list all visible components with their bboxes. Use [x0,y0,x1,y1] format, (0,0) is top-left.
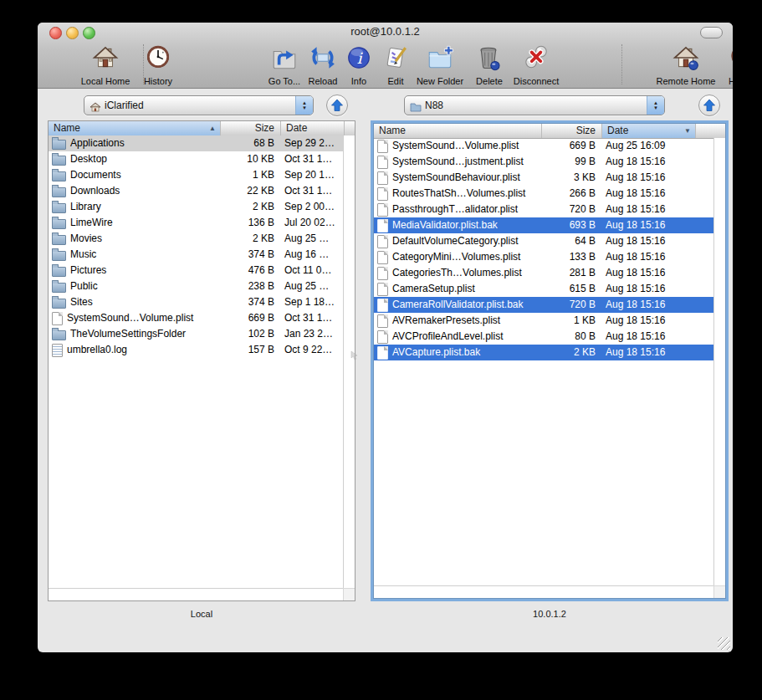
file-row[interactable]: PassthroughT…alidator.plist720 BAug 18 1… [374,202,714,217]
file-row[interactable]: Sites374 BSep 1 18… [49,294,344,310]
file-row[interactable]: TheVolumeSettingsFolder102 BJan 23 2… [49,326,344,342]
folder-icon [52,283,66,293]
file-size: 238 B [220,278,280,294]
horizontal-scrollbar[interactable] [49,588,344,600]
file-date: Aug 18 15:16 [601,170,714,186]
file-row[interactable]: Music374 BAug 16 … [49,247,344,263]
local-pane-footer: Local [118,609,285,619]
file-size: 136 B [220,215,280,231]
file-date: Aug 18 15:16 [601,233,714,249]
disconnect-label: Disconnect [514,76,559,86]
file-icon [377,235,388,248]
file-row[interactable]: SystemSound…Volume.plist669 BAug 25 16:0… [374,138,714,154]
folder-icon [410,100,422,110]
file-date: Aug 18 15:16 [601,297,714,313]
file-name: MediaValidator.plist.bak [374,217,541,233]
column-header-date[interactable]: Date ▼ [601,124,695,138]
vertical-scrollbar[interactable] [713,138,725,586]
file-name: SystemSoundBehaviour.plist [374,170,541,186]
file-row[interactable]: AVRemakerPresets.plist1 KBAug 18 15:16 [374,313,714,329]
folder-icon [52,203,66,213]
file-name: CameraRollValidator.plist.bak [374,297,541,313]
file-name: CategoriesTh…Volumes.plist [374,265,541,281]
file-row[interactable]: CameraSetup.plist615 BAug 18 15:16 [374,281,714,297]
remote-rows: SystemSound…Volume.plist669 BAug 25 16:0… [374,138,714,586]
file-row[interactable]: SystemSoundBehaviour.plist3 KBAug 18 15:… [374,170,714,186]
file-size: 99 B [541,154,601,170]
file-name: Downloads [49,183,220,199]
file-row[interactable]: umbrella0.log157 BOct 9 22… [49,342,344,358]
stepper-arrows-icon[interactable]: ▲▼ [647,96,664,115]
file-name: umbrella0.log [49,342,220,358]
file-row[interactable]: AVCProfileAndLevel.plist80 BAug 18 15:16 [374,329,714,345]
file-row[interactable]: Desktop10 KBOct 31 1… [49,151,344,167]
file-row[interactable]: LimeWire136 BJul 20 02… [49,215,344,231]
file-row[interactable]: Documents1 KBSep 20 1… [49,167,344,183]
file-row[interactable]: Pictures476 BOct 11 0… [49,263,344,278]
folder-icon [52,330,66,340]
file-date: Oct 9 22… [280,342,344,358]
file-date: Aug 18 15:16 [601,186,714,202]
toolbar-toggle-button[interactable] [700,27,723,38]
file-icon [377,314,388,328]
column-header-name[interactable]: Name ▲ [49,121,220,135]
sort-desc-icon: ▼ [684,127,691,135]
stepper-arrows-icon[interactable]: ▲▼ [295,96,313,115]
column-header-size[interactable]: Size [541,124,601,138]
clock-badge-icon [729,43,733,72]
folder-icon [52,187,66,197]
remote-up-directory-button[interactable] [698,95,720,116]
file-icon [377,267,388,280]
file-row[interactable]: DefaultVolumeCategory.plist64 BAug 18 15… [374,233,714,249]
title-bar[interactable]: root@10.0.1.2 [38,23,733,40]
file-row[interactable]: Downloads22 KBOct 31 1… [49,183,344,199]
remote-file-list: Name Size Date ▼ SystemSound…Volume.plis… [373,123,726,599]
file-size: 133 B [541,249,601,265]
file-name: TheVolumeSettingsFolder [49,326,220,342]
folder-icon [52,235,66,245]
file-row[interactable]: Applications68 BSep 29 2… [49,135,344,151]
file-row[interactable]: SystemSound…justment.plist99 BAug 18 15:… [374,154,714,170]
file-row[interactable]: CategoriesTh…Volumes.plist281 BAug 18 15… [374,265,714,281]
file-row[interactable]: SystemSound…Volume.plist669 BOct 31 1… [49,310,344,326]
file-row[interactable]: Public238 BAug 25 … [49,278,344,294]
file-row[interactable]: Library2 KBSep 2 00… [49,199,344,215]
mouse-cursor-icon [350,349,359,364]
remote-path-selector[interactable]: N88 ▲▼ [404,95,665,115]
file-row[interactable]: Movies2 KBAug 25 … [49,231,344,247]
clock-icon [144,43,172,72]
remote-list-header: Name Size Date ▼ [374,124,725,139]
file-date: Aug 18 15:16 [601,281,714,297]
file-icon [52,312,63,325]
local-history-button[interactable]: History [112,43,204,88]
resize-grip[interactable] [718,637,730,650]
file-size: 22 KB [220,183,280,199]
file-icon [377,156,388,169]
file-row[interactable]: AVCapture.plist.bak2 KBAug 18 15:16 [374,345,714,360]
file-date: Oct 11 0… [280,263,344,278]
folder-icon [52,267,66,277]
remote-history-button[interactable]: History [697,43,733,88]
file-size: 281 B [541,265,601,281]
file-row[interactable]: CameraRollValidator.plist.bak720 BAug 18… [374,297,714,313]
file-name: Sites [49,294,220,310]
file-size: 64 B [541,233,601,249]
horizontal-scrollbar[interactable] [374,585,714,598]
file-row[interactable]: RoutesThatSh…Volumes.plist266 BAug 18 15… [374,186,714,202]
folder-icon [52,251,66,261]
column-header-date[interactable]: Date [280,121,344,135]
column-header-name[interactable]: Name [374,124,541,138]
file-size: 2 KB [220,231,280,247]
file-size: 157 B [220,342,280,358]
disconnect-button[interactable]: Disconnect [490,43,582,88]
file-name: SystemSound…Volume.plist [49,310,220,326]
column-header-size[interactable]: Size [220,121,280,135]
local-up-directory-button[interactable] [326,95,348,116]
column-header-filler [695,124,725,138]
local-path-selector[interactable]: iClarified ▲▼ [84,95,314,115]
file-row[interactable]: CategoryMini…Volumes.plist133 BAug 18 15… [374,249,714,265]
file-size: 720 B [541,297,601,313]
local-history-label: History [144,76,172,86]
file-icon [377,171,388,185]
file-row[interactable]: MediaValidator.plist.bak693 BAug 18 15:1… [374,217,714,233]
